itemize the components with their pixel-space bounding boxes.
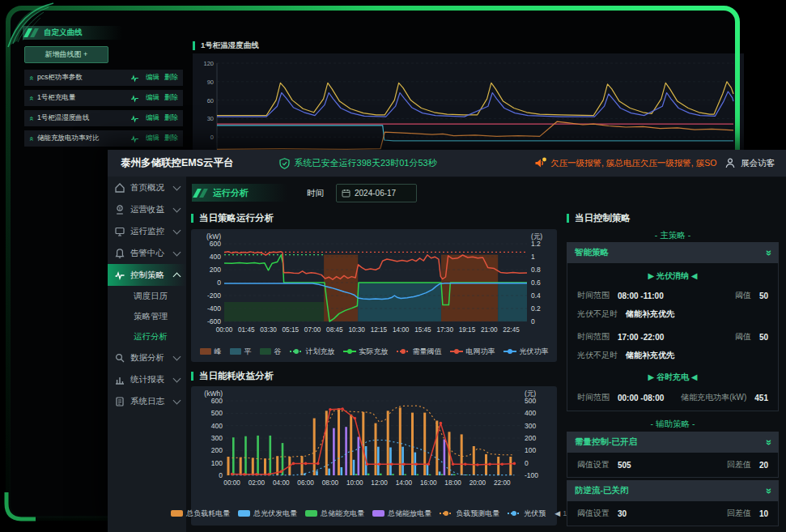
energy-chart-legend: 总负载耗电量总光伏发电量总储能充电量总储能放电量负载预测电量光伏预◀1/2▶ (191, 505, 557, 521)
alarm-marquee[interactable]: 欠压一级报警, 簇总电压欠压一级报警, 簇SO (534, 157, 719, 169)
pager-prev-icon[interactable]: ◀ (554, 509, 560, 517)
demand-control-header[interactable]: 需量控制-已开启 « (567, 432, 779, 453)
strategy-chart-legend: 峰平谷计划充放实际充放需量阈值电网功率光伏功率 (191, 343, 557, 360)
svg-text:14:00: 14:00 (393, 326, 410, 334)
svg-text:300: 300 (211, 434, 223, 442)
collapse-icon[interactable]: « (763, 249, 773, 255)
svg-text:400: 400 (210, 253, 221, 261)
delete-button[interactable]: 删除 (164, 73, 178, 83)
sidebar-subitem[interactable]: 策略管理 (108, 306, 186, 326)
backflow-row: 阈值设置 30 回差值 10 (567, 508, 778, 519)
user-info[interactable]: 展会访客 (725, 158, 775, 169)
sidebar-subitem[interactable]: 运行分析 (108, 326, 186, 347)
custom-curve-row: «1号柜温湿度曲线编辑删除 (24, 110, 183, 126)
legend-item[interactable]: 负载预测电量 (440, 509, 499, 519)
svg-text:15:45: 15:45 (414, 326, 431, 334)
add-curve-button[interactable]: 新增曲线图 + (24, 46, 108, 63)
legend-label: 峰 (215, 347, 222, 357)
sidebar-subitem[interactable]: 调度日历 (108, 286, 186, 306)
dashed-line-swatch (397, 351, 410, 352)
legend-label: 负载预测电量 (456, 509, 499, 519)
svg-text:0.2: 0.2 (531, 304, 541, 313)
legend-item[interactable]: 实际充放 (343, 347, 389, 357)
line-swatch (343, 351, 356, 352)
chevron-down-icon[interactable]: « (28, 96, 35, 100)
edit-button[interactable]: 编辑 (146, 73, 159, 83)
legend-item[interactable]: 总储能放电量 (372, 509, 431, 519)
green-bar (567, 214, 569, 223)
svg-text:18:00: 18:00 (444, 479, 461, 487)
smart-strategy-header[interactable]: 智能策略 « (567, 242, 779, 263)
chevron-up-icon (173, 272, 181, 280)
chevron-down-icon[interactable]: « (28, 116, 35, 120)
tab-run-analysis[interactable]: 运行分析 (192, 184, 287, 202)
legend-item[interactable]: 谷 (260, 347, 282, 357)
legend-item[interactable]: 计划充放 (290, 347, 335, 357)
svg-text:0: 0 (210, 134, 214, 141)
sidebar-item-strategy[interactable]: 控制策略 (108, 264, 186, 286)
chart-type-icon (130, 114, 139, 123)
svg-text:-100: -100 (525, 471, 538, 479)
legend-item[interactable]: 需量阈值 (397, 347, 442, 357)
svg-text:1.2: 1.2 (531, 240, 541, 248)
sidebar-item-profit[interactable]: 运营收益 (108, 198, 186, 220)
anti-backflow-header[interactable]: 防逆流-已关闭 « (567, 480, 779, 501)
delete-button[interactable]: 删除 (164, 93, 178, 103)
svg-text:02:00: 02:00 (249, 479, 266, 487)
sidebar-item-label: 数据分析 (130, 352, 174, 364)
legend-item[interactable]: 平 (230, 347, 252, 357)
collapse-icon[interactable]: « (763, 439, 773, 445)
chevron-down-icon[interactable]: « (28, 75, 35, 79)
zone-swatch (260, 348, 271, 355)
svg-text:1: 1 (531, 253, 535, 261)
card-title: 防逆流-已关闭 (575, 485, 765, 496)
sidebar-item-label: 运行监控 (130, 226, 174, 237)
date-picker[interactable]: 2024-06-17 (336, 184, 417, 202)
custom-curve-row: «1号柜充电量编辑删除 (24, 90, 183, 106)
svg-text:0.8: 0.8 (531, 266, 541, 274)
delete-button[interactable]: 删除 (164, 134, 178, 143)
temp-humidity-chart: 1209060300-30 (193, 53, 744, 160)
legend-item[interactable]: 总储能充电量 (305, 509, 364, 519)
sidebar-item-label: 控制策略 (130, 270, 174, 281)
sidebar-item-data[interactable]: 数据分析 (108, 347, 186, 368)
svg-text:05:15: 05:15 (283, 326, 300, 334)
sidebar-item-report[interactable]: 统计报表 (108, 368, 186, 390)
chevron-down-icon[interactable]: « (28, 136, 35, 140)
strategy-run-chart: 6004002000-200-400-6001.210.80.60.40.20(… (193, 232, 554, 341)
svg-text:500: 500 (525, 397, 536, 405)
svg-text:400: 400 (211, 422, 223, 430)
svg-text:(元): (元) (531, 232, 542, 240)
edit-button[interactable]: 编辑 (146, 93, 159, 103)
svg-text:300: 300 (525, 422, 536, 430)
legend-label: 光伏预 (524, 509, 546, 519)
valley-charge-subtitle: ▶ 谷时充电 ◀ (567, 372, 778, 383)
legend-label: 谷 (274, 347, 282, 357)
svg-text:20:00: 20:00 (469, 479, 486, 487)
pv-rule-row: 时间范围 17:00 -22:00 阈值 50 (567, 331, 778, 343)
legend-item[interactable]: 光伏功率 (503, 347, 549, 357)
bg-chart-title: 1号柜温湿度曲线 (201, 40, 259, 51)
svg-text:03:30: 03:30 (260, 326, 277, 334)
legend-item[interactable]: 电网功率 (450, 347, 495, 357)
sidebar-item-alarm[interactable]: 告警中心 (108, 242, 186, 264)
legend-item[interactable]: 总光伏发电量 (238, 509, 297, 519)
svg-text:500: 500 (211, 409, 223, 417)
screenshot-stage: 自定义曲线 新增曲线图 + «pcs柜功率参数编辑删除«1号柜充电量编辑删除«1… (0, 0, 786, 532)
bar-swatch (238, 510, 250, 517)
slash-decor (195, 189, 208, 198)
svg-text:07:00: 07:00 (304, 326, 321, 334)
delete-button[interactable]: 删除 (164, 113, 178, 123)
svg-text:200: 200 (211, 446, 223, 454)
edit-button[interactable]: 编辑 (146, 134, 159, 143)
edit-button[interactable]: 编辑 (146, 113, 159, 123)
sidebar-item-monitor[interactable]: 运行监控 (108, 220, 186, 242)
legend-item[interactable]: 峰 (200, 347, 222, 357)
sidebar-item-home[interactable]: 首页概况 (108, 177, 186, 198)
alarm-text[interactable]: 欠压一级报警, 簇总电压欠压一级报警, 簇SO (550, 158, 719, 169)
legend-item[interactable]: 总负载耗电量 (171, 509, 230, 519)
sidebar-item-log[interactable]: 系统日志 (108, 390, 186, 412)
legend-item[interactable]: 光伏预 (508, 509, 546, 519)
collapse-icon[interactable]: « (763, 487, 773, 493)
status-text: 系统已安全运行398天23时01分53秒 (295, 157, 437, 169)
